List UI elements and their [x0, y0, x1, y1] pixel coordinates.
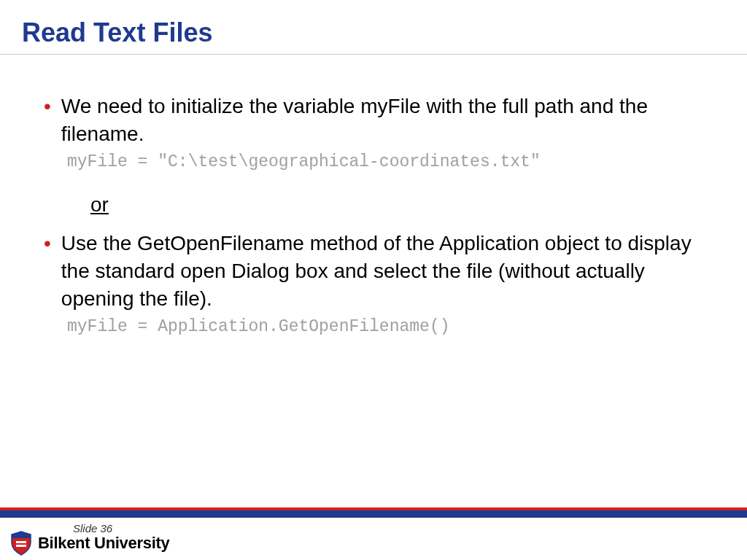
- university-logo-icon: [10, 531, 32, 556]
- university-name: Bilkent University: [38, 534, 169, 553]
- bullet-1-text: We need to initialize the variable myFil…: [61, 93, 703, 148]
- slide-footer: Slide 36 Bilkent University: [0, 508, 747, 560]
- code-line-1: myFile = "C:\test\geographical-coordinat…: [67, 152, 703, 171]
- or-text: or: [90, 193, 109, 216]
- bullet-2-text: Use the GetOpenFilename method of the Ap…: [61, 230, 703, 313]
- slide-container: Read Text Files • We need to initialize …: [0, 0, 747, 560]
- bullet-marker: •: [44, 230, 51, 313]
- bullet-item-2: • Use the GetOpenFilename method of the …: [44, 230, 703, 313]
- slide-content: • We need to initialize the variable myF…: [0, 55, 747, 560]
- code-line-2: myFile = Application.GetOpenFilename(): [67, 317, 703, 336]
- logo-area: Bilkent University: [10, 531, 169, 556]
- bullet-marker: •: [44, 93, 51, 148]
- slide-header: Read Text Files: [0, 0, 747, 54]
- footer-bar: Slide 36 Bilkent University: [0, 518, 747, 560]
- bullet-item-1: • We need to initialize the variable myF…: [44, 93, 703, 148]
- svg-rect-0: [16, 541, 26, 543]
- footer-stripe: [0, 508, 747, 518]
- slide-title: Read Text Files: [22, 18, 725, 48]
- or-separator: or: [90, 193, 703, 217]
- svg-rect-1: [16, 545, 26, 547]
